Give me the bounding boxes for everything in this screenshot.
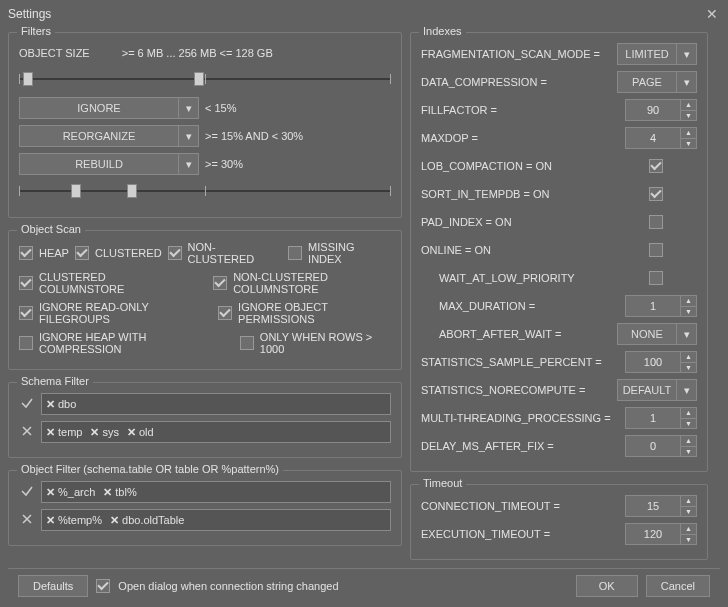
cancel-button[interactable]: Cancel [646, 575, 710, 597]
clustered-cs-checkbox[interactable] [19, 276, 33, 290]
schema-exclude-input[interactable]: ✕temp ✕sys ✕old [41, 421, 391, 443]
wait-checkbox[interactable] [649, 271, 663, 285]
chip[interactable]: ✕%_arch [46, 486, 95, 499]
defaults-button[interactable]: Defaults [18, 575, 88, 597]
statsnoreco-combo[interactable]: DEFAULT▾ [617, 379, 697, 401]
padindex-checkbox[interactable] [649, 215, 663, 229]
chip[interactable]: ✕sys [90, 426, 119, 439]
spin-down-icon[interactable]: ▼ [681, 110, 697, 121]
chip[interactable]: ✕dbo [46, 398, 76, 411]
chevron-down-icon[interactable]: ▾ [179, 97, 199, 119]
fillfactor-spin[interactable]: 90▲▼ [625, 99, 697, 121]
chevron-down-icon[interactable]: ▾ [677, 43, 697, 65]
spin-up-icon[interactable]: ▲ [681, 127, 697, 138]
spin-up-icon[interactable]: ▲ [681, 495, 697, 506]
remove-icon[interactable]: ✕ [103, 486, 112, 499]
spin-down-icon[interactable]: ▼ [681, 418, 697, 429]
chip[interactable]: ✕dbo.oldTable [110, 514, 184, 527]
spin-down-icon[interactable]: ▼ [681, 534, 697, 545]
slider-thumb-high[interactable] [194, 72, 204, 86]
remove-icon[interactable]: ✕ [127, 426, 136, 439]
remove-icon[interactable]: ✕ [46, 398, 55, 411]
spin-up-icon[interactable]: ▲ [681, 99, 697, 110]
sorttemp-checkbox[interactable] [649, 187, 663, 201]
x-icon [19, 424, 35, 441]
exec-timeout-spin[interactable]: 120▲▼ [625, 523, 697, 545]
clustered-checkbox[interactable] [75, 246, 89, 260]
object-size-slider[interactable] [19, 69, 391, 89]
abort-combo[interactable]: NONE▾ [617, 323, 697, 345]
action-mid-desc: >= 15% AND < 30% [205, 130, 303, 142]
spin-up-icon[interactable]: ▲ [681, 295, 697, 306]
delay-label: DELAY_MS_AFTER_FIX = [421, 440, 625, 452]
schema-filter-group: Schema Filter ✕dbo ✕temp ✕sys ✕old [8, 382, 402, 458]
chevron-down-icon[interactable]: ▾ [677, 71, 697, 93]
object-include-input[interactable]: ✕%_arch ✕tbl% [41, 481, 391, 503]
statssample-spin[interactable]: 100▲▼ [625, 351, 697, 373]
chevron-down-icon[interactable]: ▾ [677, 379, 697, 401]
data-comp-label: DATA_COMPRESSION = [421, 76, 617, 88]
slider-thumb-low[interactable] [71, 184, 81, 198]
ok-button[interactable]: OK [576, 575, 638, 597]
frag-mode-combo[interactable]: LIMITED▾ [617, 43, 697, 65]
spin-down-icon[interactable]: ▼ [681, 306, 697, 317]
spin-up-icon[interactable]: ▲ [681, 351, 697, 362]
spin-up-icon[interactable]: ▲ [681, 435, 697, 446]
close-icon[interactable]: ✕ [704, 6, 720, 22]
ignore-ro-checkbox[interactable] [19, 306, 33, 320]
chevron-down-icon[interactable]: ▾ [677, 323, 697, 345]
remove-icon[interactable]: ✕ [110, 514, 119, 527]
object-filter-title: Object Filter (schema.table OR table OR … [17, 463, 283, 475]
object-scan-group: Object Scan HEAP CLUSTERED NON-CLUSTERED… [8, 230, 402, 370]
mtp-spin[interactable]: 1▲▼ [625, 407, 697, 429]
lob-checkbox[interactable] [649, 159, 663, 173]
spin-down-icon[interactable]: ▼ [681, 362, 697, 373]
action-high-combo[interactable]: REBUILD ▾ [19, 153, 199, 175]
action-mid-combo[interactable]: REORGANIZE ▾ [19, 125, 199, 147]
abort-label: ABORT_AFTER_WAIT = [421, 328, 617, 340]
maxdop-spin[interactable]: 4▲▼ [625, 127, 697, 149]
chip[interactable]: ✕old [127, 426, 154, 439]
schema-include-input[interactable]: ✕dbo [41, 393, 391, 415]
delay-spin[interactable]: 0▲▼ [625, 435, 697, 457]
action-high-desc: >= 30% [205, 158, 243, 170]
heap-checkbox[interactable] [19, 246, 33, 260]
only-rows-checkbox[interactable] [240, 336, 254, 350]
conn-timeout-spin[interactable]: 15▲▼ [625, 495, 697, 517]
action-low-combo[interactable]: IGNORE ▾ [19, 97, 199, 119]
chip[interactable]: ✕tbl% [103, 486, 136, 499]
nonclustered-checkbox[interactable] [168, 246, 182, 260]
slider-thumb-low[interactable] [23, 72, 33, 86]
object-exclude-input[interactable]: ✕%temp% ✕dbo.oldTable [41, 509, 391, 531]
nonclustered-cs-checkbox[interactable] [213, 276, 227, 290]
remove-icon[interactable]: ✕ [46, 514, 55, 527]
chevron-down-icon[interactable]: ▾ [179, 153, 199, 175]
spin-up-icon[interactable]: ▲ [681, 523, 697, 534]
chip[interactable]: ✕temp [46, 426, 82, 439]
ignore-perm-checkbox[interactable] [218, 306, 232, 320]
chip[interactable]: ✕%temp% [46, 514, 102, 527]
spin-down-icon[interactable]: ▼ [681, 138, 697, 149]
indexes-group: Indexes FRAGMENTATION_SCAN_MODE = LIMITE… [410, 32, 708, 472]
slider-thumb-high[interactable] [127, 184, 137, 198]
open-dialog-label: Open dialog when connection string chang… [118, 580, 338, 592]
ignore-heap-checkbox[interactable] [19, 336, 33, 350]
data-comp-combo[interactable]: PAGE▾ [617, 71, 697, 93]
spin-down-icon[interactable]: ▼ [681, 506, 697, 517]
window-title: Settings [8, 7, 51, 21]
remove-icon[interactable]: ✕ [46, 426, 55, 439]
x-icon [19, 512, 35, 529]
open-dialog-checkbox[interactable] [96, 579, 110, 593]
spin-up-icon[interactable]: ▲ [681, 407, 697, 418]
schema-filter-title: Schema Filter [17, 375, 93, 387]
chevron-down-icon[interactable]: ▾ [179, 125, 199, 147]
maxdur-spin[interactable]: 1▲▼ [625, 295, 697, 317]
threshold-slider[interactable] [19, 181, 391, 201]
remove-icon[interactable]: ✕ [46, 486, 55, 499]
object-size-label: OBJECT SIZE [19, 47, 90, 59]
remove-icon[interactable]: ✕ [90, 426, 99, 439]
missing-index-checkbox[interactable] [288, 246, 302, 260]
online-checkbox[interactable] [649, 243, 663, 257]
indexes-title: Indexes [419, 25, 466, 37]
spin-down-icon[interactable]: ▼ [681, 446, 697, 457]
